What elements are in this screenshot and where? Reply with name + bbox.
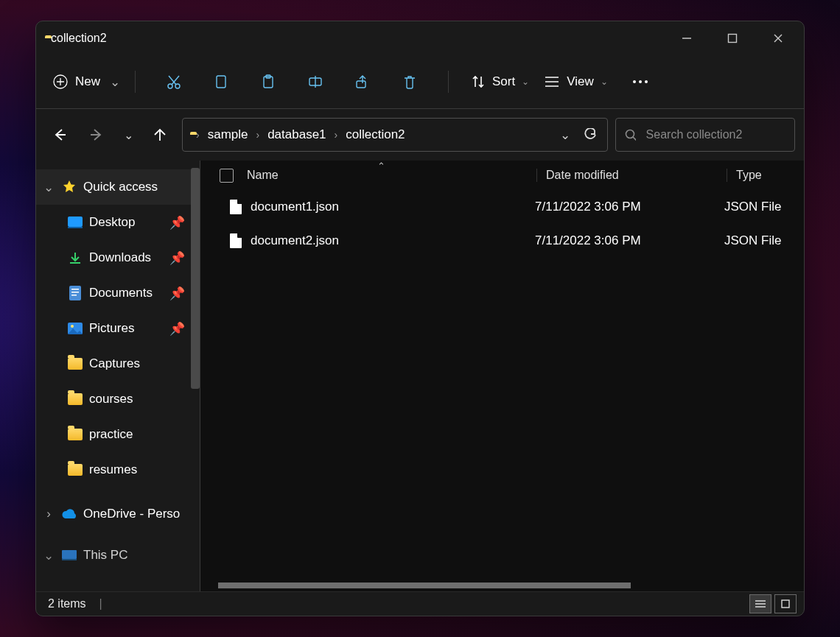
file-name: document2.json [251, 233, 526, 248]
forward-button[interactable] [82, 120, 111, 149]
separator: | [99, 597, 102, 610]
chevron-down-icon: ⌄ [124, 128, 133, 142]
pin-icon: 📌 [169, 286, 185, 301]
file-row[interactable]: document1.json 7/11/2022 3:06 PM JSON Fi… [200, 190, 804, 224]
sidebar-item-downloads[interactable]: Downloads 📌 [36, 240, 200, 275]
column-name[interactable]: Name [200, 169, 536, 183]
file-icon [200, 233, 251, 248]
sidebar-item-label: Documents [89, 286, 153, 300]
scissors-icon [166, 74, 182, 90]
pin-icon: 📌 [169, 215, 185, 230]
up-button[interactable] [145, 120, 175, 149]
horizontal-scrollbar[interactable] [200, 580, 804, 591]
list-icon [544, 75, 560, 88]
close-button[interactable] [755, 21, 801, 55]
sidebar-item-label: Pictures [89, 321, 134, 336]
refresh-icon[interactable] [584, 128, 597, 141]
body: ⌄ Quick access Desktop 📌 Downloads 📌 Doc… [36, 161, 804, 591]
separator [448, 71, 449, 93]
new-button[interactable]: New ⌄ [52, 74, 120, 90]
search-input[interactable] [645, 127, 785, 142]
folder-icon [67, 391, 83, 407]
sidebar-item-practice[interactable]: practice [36, 417, 200, 452]
svg-rect-29 [71, 292, 79, 293]
clipboard-icon [260, 74, 276, 90]
breadcrumb-item[interactable]: database1 [265, 127, 328, 142]
rename-icon [307, 74, 323, 90]
separator [135, 71, 136, 93]
breadcrumb-item[interactable]: collection2 [343, 127, 407, 142]
sidebar-item-label: Quick access [83, 180, 158, 194]
details-view-button[interactable] [749, 594, 771, 613]
file-row[interactable]: document2.json 7/11/2022 3:06 PM JSON Fi… [200, 224, 804, 258]
minimize-button[interactable] [664, 21, 710, 55]
sidebar-item-onedrive[interactable]: › OneDrive - Perso [36, 496, 200, 532]
file-name: document1.json [251, 200, 526, 214]
sidebar-item-documents[interactable]: Documents 📌 [36, 275, 200, 311]
navigation-sidebar: ⌄ Quick access Desktop 📌 Downloads 📌 Doc… [36, 161, 200, 591]
sidebar-item-resumes[interactable]: resumes [36, 452, 200, 488]
column-date[interactable]: Date modified [536, 169, 727, 182]
svg-rect-38 [782, 600, 789, 608]
search-icon [625, 129, 636, 141]
address-bar[interactable]: › sample › database1 › collection2 ⌄ [182, 118, 608, 152]
sort-caret-icon: ⌃ [377, 161, 385, 172]
cut-button[interactable] [156, 67, 192, 96]
svg-rect-16 [357, 81, 365, 88]
file-date: 7/11/2022 3:06 PM [526, 200, 715, 214]
chevron-down-icon[interactable]: ⌄ [560, 127, 570, 143]
download-icon [67, 250, 83, 266]
desktop-icon [67, 214, 83, 230]
delete-button[interactable] [392, 67, 427, 96]
file-list-pane: ⌃ Name Date modified Type document1.json… [200, 161, 804, 591]
window-title: collection2 [51, 32, 107, 45]
file-icon [200, 200, 251, 214]
svg-point-21 [639, 80, 642, 83]
sidebar-item-label: This PC [83, 548, 127, 563]
chevron-down-icon: ⌄ [42, 180, 55, 195]
file-type: JSON File [715, 200, 804, 214]
select-all-checkbox[interactable] [220, 169, 234, 183]
copy-button[interactable] [203, 67, 239, 96]
svg-rect-1 [729, 35, 737, 43]
trash-icon [402, 74, 418, 90]
column-headers: ⌃ Name Date modified Type [200, 161, 804, 190]
sidebar-item-quick-access[interactable]: ⌄ Quick access [36, 169, 200, 205]
recent-button[interactable]: ⌄ [119, 120, 138, 149]
thumbnail-view-button[interactable] [774, 594, 797, 613]
scrollbar-thumb[interactable] [191, 168, 200, 389]
sidebar-item-label: Desktop [89, 215, 135, 230]
sidebar-item-this-pc[interactable]: ⌄ This PC [36, 538, 200, 573]
rename-button[interactable] [298, 67, 333, 96]
chevron-down-icon: ⌄ [110, 74, 120, 90]
share-button[interactable] [345, 67, 380, 96]
chevron-right-icon: › [333, 129, 340, 141]
search-box[interactable] [615, 118, 795, 152]
svg-rect-28 [71, 289, 79, 290]
plus-circle-icon [52, 74, 69, 90]
more-button[interactable] [623, 67, 658, 96]
sidebar-item-desktop[interactable]: Desktop 📌 [36, 205, 200, 240]
scrollbar-thumb[interactable] [218, 583, 631, 588]
pc-icon [61, 547, 77, 563]
svg-rect-34 [62, 559, 77, 560]
sort-button[interactable]: Sort ⌄ [471, 74, 529, 89]
folder-icon [67, 426, 83, 443]
breadcrumb-item[interactable]: sample [206, 127, 251, 142]
document-icon [67, 285, 83, 301]
maximize-button[interactable] [710, 21, 755, 55]
column-label: Type [736, 169, 762, 181]
view-button[interactable]: View ⌄ [544, 74, 608, 89]
column-type[interactable]: Type [727, 169, 804, 182]
back-button[interactable] [45, 120, 74, 149]
sidebar-item-captures[interactable]: Captures [36, 346, 200, 381]
new-label: New [75, 74, 100, 89]
sidebar-item-pictures[interactable]: Pictures 📌 [36, 311, 200, 346]
chevron-down-icon: ⌄ [601, 77, 608, 87]
arrow-up-icon [153, 127, 167, 142]
svg-rect-33 [62, 550, 77, 559]
sidebar-item-courses[interactable]: courses [36, 381, 200, 417]
svg-point-23 [626, 130, 634, 138]
paste-button[interactable] [251, 67, 286, 96]
file-explorer-window: collection2 New ⌄ Sort ⌄ View ⌄ [35, 21, 805, 616]
